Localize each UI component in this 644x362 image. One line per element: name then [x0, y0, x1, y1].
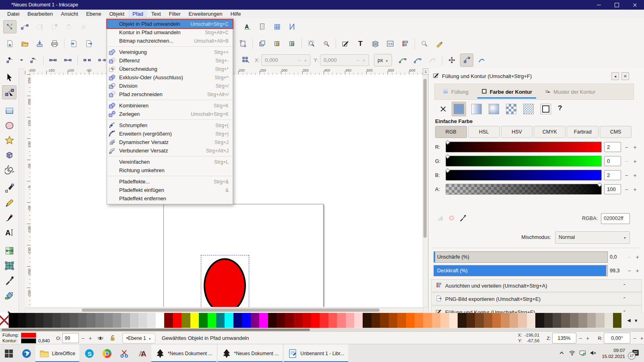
blend-mode-dropdown[interactable]: Normal: [555, 231, 630, 244]
vertical-scrollbar-thumb[interactable]: [423, 79, 427, 238]
collapsed-panel-2[interactable]: Füllung und Kontur (Umschalt+Strg+F)⌃: [431, 306, 642, 313]
palette-swatch[interactable]: [259, 313, 268, 328]
palette-swatch[interactable]: [113, 313, 121, 328]
snap-text-baseline-icon[interactable]: A: [241, 20, 254, 33]
snap-nodes-icon[interactable]: [18, 20, 31, 33]
new-document-icon[interactable]: [3, 37, 17, 50]
menubar-item-ansicht[interactable]: Ansicht: [57, 10, 82, 18]
menu-item-dynamischer-versatz[interactable]: Dynamischer VersatzStrg+J: [107, 138, 233, 146]
delete-node-icon[interactable]: [27, 53, 40, 67]
color-mode-rgb[interactable]: RGB: [435, 126, 467, 138]
menu-item-pfadeffekt-einfügen[interactable]: Pfadeffekt einfügen&: [107, 186, 233, 194]
palette-swatch[interactable]: [535, 313, 544, 328]
palette-swatch[interactable]: [95, 313, 104, 328]
snap-bbox-corner-icon[interactable]: [48, 20, 61, 33]
object-props-icon[interactable]: [239, 53, 252, 67]
palette-swatch[interactable]: [61, 313, 69, 328]
r-value-input[interactable]: 2: [604, 142, 621, 152]
unknown-paint-button[interactable]: [539, 102, 553, 116]
a-minus-button[interactable]: [623, 186, 630, 193]
save-document-icon[interactable]: [33, 37, 46, 50]
menubar-item-pfad[interactable]: Pfad: [128, 10, 147, 18]
zoom-selection-icon[interactable]: [305, 37, 318, 50]
palette-swatch[interactable]: [87, 313, 95, 328]
palette-scroll-left-button[interactable]: ◀: [627, 318, 630, 323]
g-value-input[interactable]: 0: [604, 156, 621, 166]
snap-bbox-midpoint-icon[interactable]: [63, 20, 76, 33]
show-outline-icon[interactable]: [475, 53, 488, 67]
close-button[interactable]: [626, 0, 644, 10]
node-tool-icon[interactable]: [2, 85, 17, 99]
palette-swatch[interactable]: [199, 313, 207, 328]
palette-swatch[interactable]: [320, 313, 328, 328]
menubar-item-erweiterungen[interactable]: Erweiterungen: [185, 10, 227, 18]
sticky-zoom-button[interactable]: 1: [423, 68, 429, 75]
palette-swatch[interactable]: [501, 313, 509, 328]
opacity-decrease-button[interactable]: [80, 335, 86, 341]
taskbar-skype[interactable]: S: [80, 344, 98, 362]
snap-grid-icon[interactable]: [270, 20, 284, 33]
palette-swatch[interactable]: [605, 313, 613, 328]
palette-swatch[interactable]: [372, 313, 380, 328]
b-value-input[interactable]: 2: [604, 170, 621, 180]
taskbar-font-app[interactable]: AA: [134, 344, 151, 362]
paint-help-button[interactable]: ?: [556, 103, 564, 115]
blur-slider[interactable]: Unschärfe (%): [433, 251, 608, 263]
spiral-tool-icon[interactable]: [2, 163, 17, 177]
unit-dropdown[interactable]: px: [374, 54, 392, 66]
add-corners-lpe-icon[interactable]: [396, 53, 409, 67]
palette-swatch[interactable]: [138, 313, 147, 328]
palette-swatch[interactable]: [415, 313, 423, 328]
g-minus-button[interactable]: [623, 158, 630, 165]
palette-swatch[interactable]: [156, 313, 164, 328]
menubar-item-bearbeiten[interactable]: Bearbeiten: [23, 10, 57, 18]
menu-item-bitmap-nachzeichnen[interactable]: Bitmap nachzeichnen...Umschalt+Alt+B: [107, 37, 233, 45]
insert-node-menu-icon[interactable]: [18, 53, 25, 67]
layer-visibility-button[interactable]: [96, 333, 105, 343]
bucket-tool-icon[interactable]: [2, 288, 17, 302]
rgba-input[interactable]: 020002ff: [601, 213, 630, 224]
palette-scrollbar-thumb[interactable]: [2, 329, 310, 331]
palette-swatch[interactable]: [346, 313, 354, 328]
pencil-tool-icon[interactable]: [2, 196, 17, 210]
preferences-icon[interactable]: [418, 37, 431, 50]
taskbar-inkscape-window-2[interactable]: *Neues Dokument ...: [218, 344, 283, 362]
menu-item-vereinfachen[interactable]: VereinfachenStrg+L: [107, 158, 233, 166]
menu-item-differenz[interactable]: DifferenzStrg+-: [107, 56, 233, 65]
xml-editor-icon[interactable]: <>: [384, 37, 397, 50]
layer-dropdown[interactable]: •Ebene 1: [122, 333, 155, 343]
palette-swatch[interactable]: [190, 313, 199, 328]
menu-item-pfad-zerschneiden[interactable]: Pfad zerschneidenStrg+Alt+/: [107, 90, 233, 99]
palette-swatch[interactable]: [9, 313, 17, 328]
layer-lock-button[interactable]: [108, 333, 118, 343]
color-mode-hsl[interactable]: HSL: [468, 126, 500, 138]
palette-swatch[interactable]: [104, 313, 112, 328]
menu-item-richtung-umkehren[interactable]: Richtung umkehren: [107, 166, 233, 175]
menu-item-überschneidung[interactable]: ÜberschneidungStrg+*: [107, 65, 233, 73]
blur-plus-button[interactable]: [634, 254, 640, 260]
flat-color-button[interactable]: [452, 102, 466, 116]
box3d-tool-icon[interactable]: [2, 148, 17, 162]
start-button[interactable]: [0, 344, 18, 362]
taskbar-snipping-app[interactable]: [116, 344, 134, 362]
palette-swatch[interactable]: [208, 313, 216, 328]
show-transform-handles-icon[interactable]: [445, 53, 458, 67]
mesh-tool-icon[interactable]: [2, 259, 17, 273]
color-wheel-icon[interactable]: [437, 214, 444, 223]
palette-swatch[interactable]: [43, 313, 52, 328]
insert-node-icon[interactable]: [3, 53, 17, 67]
palette-swatch[interactable]: [70, 313, 78, 328]
snap-guides-icon[interactable]: [285, 20, 299, 33]
input-devices-icon[interactable]: [433, 37, 446, 50]
palette-swatch[interactable]: [164, 313, 173, 328]
y-minus-button[interactable]: [355, 57, 361, 64]
menubar-item-text[interactable]: Text: [147, 10, 165, 18]
notification-center-button[interactable]: 17: [630, 348, 641, 359]
fill-stroke-dialog-icon[interactable]: [339, 37, 352, 50]
palette-swatch[interactable]: [397, 313, 406, 328]
break-nodes-icon[interactable]: [80, 53, 94, 67]
horizontal-scrollbar-thumb[interactable]: [82, 309, 380, 312]
document-properties-icon[interactable]: [236, 37, 250, 50]
zoom-out-button[interactable]: [578, 335, 584, 341]
opacity-minus-button[interactable]: [626, 267, 632, 274]
